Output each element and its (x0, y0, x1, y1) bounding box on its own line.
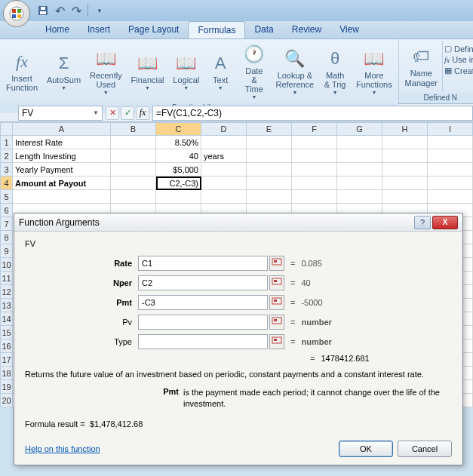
active-cell[interactable]: C2,-C3) (156, 177, 201, 190)
use-in-formula-button[interactable]: fxUse in (444, 55, 473, 64)
cell[interactable] (111, 177, 156, 190)
row-header[interactable]: 17 (0, 353, 13, 367)
row-header[interactable]: 9 (0, 244, 13, 258)
cell[interactable]: Length Investing (13, 149, 111, 163)
range-selector-button[interactable] (269, 256, 284, 271)
office-button[interactable] (3, 0, 30, 27)
financial-button[interactable]: 📖Financial▼ (127, 41, 169, 101)
col-header-e[interactable]: E (247, 122, 292, 136)
cancel-button[interactable]: Cancel (398, 441, 452, 457)
save-icon[interactable] (36, 4, 50, 17)
cell[interactable] (428, 190, 473, 204)
math-trig-button[interactable]: θMath & Trig▼ (318, 41, 352, 101)
row-header[interactable]: 12 (0, 285, 13, 299)
cell[interactable] (156, 190, 201, 204)
cell[interactable] (337, 163, 382, 177)
arg-input-rate[interactable] (138, 256, 268, 271)
row-header[interactable]: 16 (0, 339, 13, 353)
cell[interactable] (201, 163, 247, 177)
range-selector-button[interactable] (269, 315, 284, 330)
cell[interactable]: 8.50% (156, 136, 201, 149)
range-selector-button[interactable] (269, 295, 284, 310)
recently-used-button[interactable]: 📖Recently Used▼ (85, 41, 127, 101)
cell[interactable] (292, 149, 337, 163)
cell[interactable]: Amount at Payout (13, 177, 111, 190)
row-header[interactable]: 11 (0, 272, 13, 285)
name-box[interactable]: FV▼ (18, 106, 103, 121)
cell[interactable] (111, 163, 156, 177)
row-header[interactable]: 20 (0, 394, 13, 407)
cell[interactable] (247, 149, 292, 163)
row-header[interactable]: 6 (0, 204, 13, 217)
cell[interactable] (337, 190, 382, 204)
row-header[interactable]: 4 (0, 177, 13, 190)
arg-input-pv[interactable] (138, 315, 268, 330)
tab-page-layout[interactable]: Page Layout (119, 21, 188, 38)
cell[interactable] (201, 177, 247, 190)
col-header-c[interactable]: C (156, 122, 201, 136)
create-from-selection-button[interactable]: ▦Create (444, 66, 473, 75)
row-header[interactable]: 1 (0, 136, 13, 149)
insert-function-button[interactable]: fxInsert Function (2, 41, 42, 101)
cell[interactable] (247, 177, 292, 190)
insert-function-button[interactable]: fx (136, 106, 149, 120)
select-all-corner[interactable] (0, 122, 13, 136)
name-manager-button[interactable]: 🏷Name Manager (401, 41, 442, 91)
arg-input-pmt[interactable] (138, 295, 268, 310)
redo-icon[interactable]: ↷ (69, 4, 83, 17)
cancel-formula-button[interactable]: ✕ (106, 106, 119, 120)
row-header[interactable]: 2 (0, 149, 13, 163)
cell[interactable] (292, 136, 337, 149)
cell[interactable] (382, 136, 428, 149)
col-header-i[interactable]: I (428, 122, 473, 136)
close-button[interactable]: X (432, 216, 458, 229)
arg-input-nper[interactable] (138, 275, 268, 290)
col-header-g[interactable]: G (337, 122, 382, 136)
cell[interactable]: $5,000 (156, 163, 201, 177)
enter-formula-button[interactable]: ✓ (121, 106, 134, 120)
autosum-button[interactable]: ΣAutoSum▼ (42, 41, 85, 101)
row-header[interactable]: 3 (0, 163, 13, 177)
date-time-button[interactable]: 🕐Date & Time▼ (237, 41, 271, 101)
tab-home[interactable]: Home (36, 21, 78, 38)
tab-formulas[interactable]: Formulas (188, 21, 245, 38)
cell[interactable]: Interest Rate (13, 136, 111, 149)
cell[interactable] (428, 177, 473, 190)
cell[interactable] (292, 190, 337, 204)
row-header[interactable]: 13 (0, 299, 13, 312)
cell[interactable] (13, 190, 111, 204)
col-header-a[interactable]: A (13, 122, 111, 136)
cell[interactable] (111, 149, 156, 163)
text-button[interactable]: AText▼ (204, 41, 237, 101)
cell[interactable] (111, 136, 156, 149)
formula-input[interactable]: =FV(C1,C2,-C3) (152, 106, 473, 121)
qat-customize-icon[interactable]: ▼ (93, 4, 106, 17)
row-header[interactable]: 19 (0, 380, 13, 394)
col-header-b[interactable]: B (111, 122, 156, 136)
row-header[interactable]: 5 (0, 190, 13, 204)
cell[interactable] (337, 136, 382, 149)
col-header-f[interactable]: F (292, 122, 337, 136)
cell[interactable] (337, 149, 382, 163)
cell[interactable] (201, 190, 247, 204)
cell[interactable] (337, 177, 382, 190)
cell[interactable]: years (201, 149, 247, 163)
cell[interactable] (428, 136, 473, 149)
cell[interactable] (111, 190, 156, 204)
tab-view[interactable]: View (330, 21, 368, 38)
cell[interactable]: Yearly Payment (13, 163, 111, 177)
row-header[interactable]: 10 (0, 258, 13, 272)
tab-data[interactable]: Data (245, 21, 282, 38)
cell[interactable] (247, 163, 292, 177)
more-functions-button[interactable]: 📖More Functions▼ (352, 41, 396, 101)
row-header[interactable]: 14 (0, 312, 13, 326)
undo-icon[interactable]: ↶ (53, 4, 66, 17)
logical-button[interactable]: 📖Logical▼ (168, 41, 204, 101)
help-button[interactable]: ? (414, 216, 431, 229)
cell[interactable] (247, 136, 292, 149)
ok-button[interactable]: OK (339, 441, 393, 457)
col-header-h[interactable]: H (382, 122, 428, 136)
cell[interactable] (292, 177, 337, 190)
range-selector-button[interactable] (269, 275, 284, 290)
arg-input-type[interactable] (138, 334, 268, 349)
